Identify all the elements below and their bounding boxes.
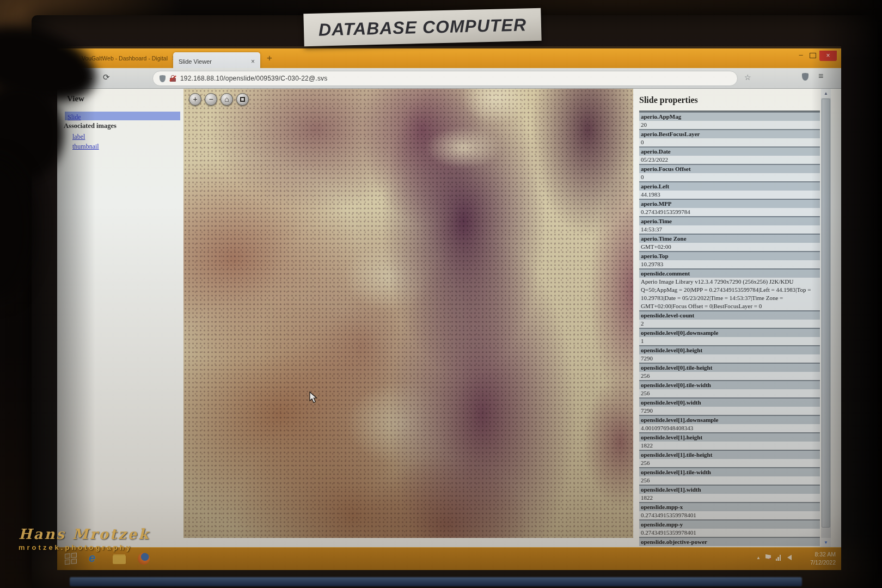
monitor-bottom-edge-glow	[70, 577, 802, 586]
close-button[interactable]: ×	[819, 51, 837, 61]
viewer-shading	[183, 89, 633, 538]
property-key: openslide.level-count	[639, 310, 820, 320]
property-key: aperio.Time	[639, 216, 820, 225]
table-row: openslide.level[1].tile-width 256	[639, 467, 820, 485]
property-value: 0.27434915359978401	[639, 511, 820, 519]
table-row: openslide.level[0].width 7290	[639, 397, 820, 415]
property-key: aperio.Top	[639, 251, 820, 260]
table-row: openslide.level[1].height 1822	[639, 432, 820, 450]
table-row: aperio.Top 10.29783	[639, 251, 820, 268]
property-value: 256	[639, 459, 820, 467]
properties-heading: Slide properties	[639, 95, 698, 105]
property-value: GMT+02:00	[639, 243, 820, 251]
slide-properties-panel: Slide properties aperio.AppMag 20 aperio…	[637, 89, 820, 547]
property-value: 14:53:37	[639, 225, 820, 234]
watermark-name: Hans Mrotzek	[19, 526, 150, 542]
home-icon[interactable]: ⌂	[220, 93, 233, 106]
table-row: openslide.level[0].tile-width 256	[639, 380, 820, 397]
zoom-in-icon[interactable]: +	[189, 93, 201, 106]
url-bar[interactable]: 192.168.88.10/openslide/009539/C-030-22@…	[152, 71, 738, 86]
hand-silhouette	[0, 158, 33, 299]
label-link[interactable]: label	[72, 133, 85, 141]
table-row: openslide.level[0].downsample 1	[639, 328, 820, 345]
fullscreen-icon[interactable]	[236, 93, 249, 106]
property-value: 7290	[639, 354, 820, 363]
property-key: aperio.Date	[639, 146, 820, 156]
tab-slide-viewer-close-icon[interactable]: ×	[251, 58, 255, 65]
table-row: openslide.level[1].width 1822	[639, 485, 820, 502]
internet-explorer-icon[interactable]: e	[89, 551, 95, 565]
property-value: 0.27434915359978401	[639, 529, 820, 537]
thumbnail-link[interactable]: thumbnail	[72, 143, 99, 151]
minimize-button[interactable]: –	[795, 51, 806, 59]
file-explorer-icon[interactable]	[113, 555, 126, 564]
mouse-cursor	[309, 391, 319, 407]
table-row: openslide.comment Aperio Image Library v…	[639, 268, 820, 310]
table-row: aperio.Focus Offset 0	[639, 164, 820, 181]
property-value: 1	[639, 337, 820, 345]
slide-image-viewer[interactable]: + − ⌂	[183, 89, 633, 538]
property-key: aperio.Time Zone	[639, 234, 820, 243]
properties-table: aperio.AppMag 20 aperio.BestFocusLayer 0…	[639, 111, 820, 546]
property-value: 2	[639, 320, 820, 328]
tab-dashboard[interactable]: VouGaltWeb - Dashboard - Digital ×	[82, 54, 177, 62]
property-value: 0	[639, 138, 820, 146]
property-key: openslide.level[1].height	[639, 432, 820, 442]
browser-navbar: ← → ⟳ 192.168.88.10/openslide/009539/C-0…	[57, 68, 841, 89]
paper-label-text: DATABASE COMPUTER	[318, 15, 527, 40]
start-button-icon[interactable]	[65, 553, 78, 566]
scroll-down-icon[interactable]: ▼	[821, 538, 831, 547]
table-row: aperio.Time Zone GMT+02:00	[639, 234, 820, 251]
tracking-shield-icon[interactable]	[160, 75, 166, 82]
table-row: openslide.level[1].downsample 4.00109769…	[639, 415, 820, 432]
refresh-icon[interactable]: ⟳	[103, 72, 110, 82]
tray-expand-icon[interactable]: ▲	[756, 555, 761, 560]
table-row: aperio.AppMag 20	[639, 112, 820, 129]
network-icon[interactable]	[776, 555, 782, 561]
table-row: aperio.MPP 0.274349153599784	[639, 199, 820, 216]
action-center-flag-icon[interactable]	[765, 554, 771, 561]
bookmark-star-icon[interactable]: ☆	[744, 73, 751, 82]
vertical-scrollbar[interactable]: ▲ ▼	[821, 89, 831, 547]
maximize-button[interactable]	[810, 53, 816, 58]
table-row: aperio.Date 05/23/2022	[639, 146, 820, 164]
property-key: openslide.level[0].height	[639, 345, 820, 354]
taskbar-clock[interactable]: 8:32 AM 7/12/2022	[802, 550, 836, 567]
volume-icon[interactable]	[787, 555, 792, 560]
property-key: openslide.level[1].width	[639, 485, 820, 494]
paper-label: DATABASE COMPUTER	[303, 8, 541, 47]
slide-link[interactable]: Slide	[68, 113, 81, 121]
windows-taskbar: e ▲ 8:32 AM 7/12/2022	[57, 547, 841, 570]
property-key: openslide.level[1].tile-width	[639, 467, 820, 476]
table-row: aperio.Time 14:53:37	[639, 216, 820, 234]
property-key: aperio.BestFocusLayer	[639, 129, 820, 138]
property-value: 10.29783	[639, 260, 820, 268]
property-key: aperio.Left	[639, 181, 820, 191]
property-value: 1822	[639, 442, 820, 450]
property-value: 05/23/2022	[639, 156, 820, 164]
new-tab-button[interactable]: +	[267, 53, 272, 64]
property-value: Aperio Image Library v12.3.4 7290x7290 (…	[639, 278, 820, 310]
property-value: 0	[639, 173, 820, 181]
property-key: aperio.AppMag	[639, 112, 820, 121]
zoom-out-icon[interactable]: −	[205, 93, 217, 106]
url-text: 192.168.88.10/openslide/009539/C-030-22@…	[180, 75, 328, 82]
scroll-up-icon[interactable]: ▲	[821, 89, 831, 98]
table-row: openslide.level[0].tile-height 256	[639, 363, 820, 380]
table-row: openslide.mpp-y 0.27434915359978401	[639, 519, 820, 537]
firefox-icon[interactable]	[138, 553, 150, 565]
table-row: openslide.level[1].tile-height 256	[639, 450, 820, 467]
hamburger-menu-icon[interactable]: ≡	[818, 71, 823, 81]
table-row: openslide.mpp-x 0.27434915359978401	[639, 502, 820, 519]
scrollbar-thumb[interactable]	[822, 99, 830, 528]
property-key: openslide.objective-power	[639, 537, 820, 546]
watermark-site: mrotzek.photography	[19, 543, 150, 552]
property-value: 0.274349153599784	[639, 208, 820, 216]
property-key: openslide.level[0].width	[639, 397, 820, 407]
property-value: 20	[639, 121, 820, 129]
insecure-lock-icon[interactable]	[170, 75, 176, 82]
property-value: 256	[639, 389, 820, 397]
sidebar-item-slide[interactable]: Slide	[65, 112, 180, 120]
property-key: openslide.level[1].tile-height	[639, 450, 820, 459]
account-shield-icon[interactable]	[802, 73, 808, 81]
